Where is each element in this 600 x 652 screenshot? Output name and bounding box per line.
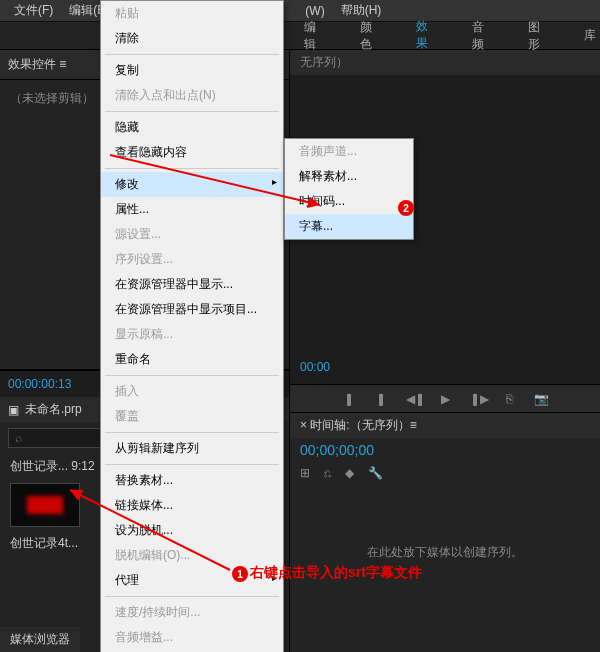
ctx-showhidden[interactable]: 查看隐藏内容	[101, 140, 283, 165]
context-menu-main: 粘贴 清除 复制 清除入点和出点(N) 隐藏 查看隐藏内容 修改 属性... 源…	[100, 0, 284, 652]
camera-icon[interactable]: 📷	[534, 392, 548, 406]
mark-out-icon[interactable]: ❚	[374, 392, 388, 406]
sub-channels[interactable]: 音频声道...	[285, 139, 413, 164]
ctx-seqset[interactable]: 序列设置...	[101, 247, 283, 272]
sub-caption[interactable]: 字幕...	[285, 214, 413, 239]
ctx-showorig[interactable]: 显示原稿...	[101, 322, 283, 347]
ctx-overwrite[interactable]: 覆盖	[101, 404, 283, 429]
ctx-speed[interactable]: 速度/持续时间...	[101, 600, 283, 625]
tab-library[interactable]: 库	[580, 23, 600, 48]
ctx-reveal[interactable]: 在资源管理器中显示...	[101, 272, 283, 297]
sub-timecode[interactable]: 时间码...	[285, 189, 413, 214]
ctx-rename[interactable]: 重命名	[101, 347, 283, 372]
ctx-gain[interactable]: 音频增益...	[101, 625, 283, 650]
timeline-timecode: 00;00;00;00	[290, 438, 600, 462]
bin-label: 创世记录... 9:12	[10, 458, 95, 475]
snap-icon[interactable]: ⊞	[300, 466, 310, 480]
context-submenu-modify: 音频声道... 解释素材... 时间码... 字幕...	[284, 138, 414, 240]
ctx-insert[interactable]: 插入	[101, 379, 283, 404]
timeline-tab[interactable]: × 时间轴:（无序列）≡	[290, 413, 600, 438]
premiere-icon: ▣	[8, 403, 19, 417]
callout-text: 右键点击导入的srt字幕文件	[250, 564, 422, 582]
ctx-srcset[interactable]: 源设置...	[101, 222, 283, 247]
wrench-icon[interactable]: 🔧	[368, 466, 383, 480]
play-icon[interactable]: ▶	[438, 392, 452, 406]
marker-icon[interactable]: ◆	[345, 466, 354, 480]
step-back-icon[interactable]: ◀❚	[406, 392, 420, 406]
ctx-copy[interactable]: 复制	[101, 58, 283, 83]
ctx-modify[interactable]: 修改	[101, 172, 283, 197]
ctx-link[interactable]: 链接媒体...	[101, 493, 283, 518]
menu-file[interactable]: 文件(F)	[6, 0, 61, 21]
ctx-paste[interactable]: 粘贴	[101, 1, 283, 26]
monitor-tab[interactable]: 无序列）	[290, 50, 600, 75]
ctx-replace[interactable]: 替换素材...	[101, 468, 283, 493]
timeline-empty-text: 在此处放下媒体以创建序列。	[290, 484, 600, 621]
callout-number-1: 1	[232, 566, 248, 582]
ctx-props[interactable]: 属性...	[101, 197, 283, 222]
mark-in-icon[interactable]: ❚	[342, 392, 356, 406]
ctx-inout[interactable]: 清除入点和出点(N)	[101, 83, 283, 108]
ctx-clear[interactable]: 清除	[101, 26, 283, 51]
callout-number-2: 2	[398, 200, 414, 216]
step-fwd-icon[interactable]: ❚▶	[470, 392, 484, 406]
link-icon[interactable]: ⎌	[324, 466, 331, 480]
ctx-newseq[interactable]: 从剪辑新建序列	[101, 436, 283, 461]
bin-label: 创世记录4t...	[10, 535, 78, 552]
media-browser-tab[interactable]: 媒体浏览器	[0, 627, 80, 652]
monitor-timecode: 00:00	[300, 360, 330, 374]
ctx-revealproj[interactable]: 在资源管理器中显示项目...	[101, 297, 283, 322]
ctx-hide[interactable]: 隐藏	[101, 115, 283, 140]
sub-interpret[interactable]: 解释素材...	[285, 164, 413, 189]
export-icon[interactable]: ⎘	[502, 392, 516, 406]
ctx-offline[interactable]: 设为脱机...	[101, 518, 283, 543]
project-name: 未命名.prp	[25, 401, 82, 418]
